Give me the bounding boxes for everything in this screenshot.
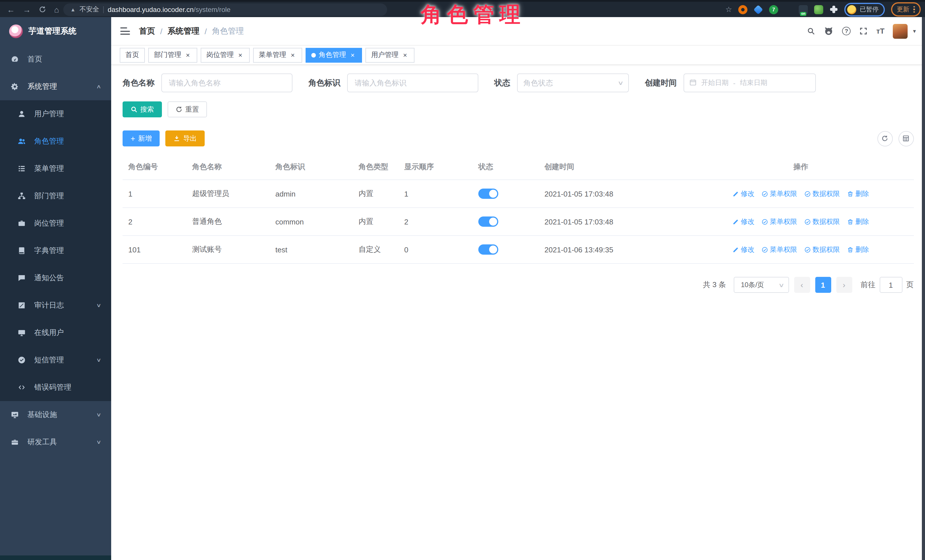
- extension-icon-grid[interactable]: [785, 5, 792, 14]
- date-range-picker[interactable]: 开始日期 - 结束日期: [684, 74, 816, 92]
- extension-icon-blue-gem[interactable]: [753, 5, 763, 14]
- browser-back-icon[interactable]: ←: [7, 5, 15, 14]
- help-icon[interactable]: ?: [842, 27, 851, 35]
- tab-close-icon[interactable]: ×: [349, 51, 356, 59]
- role-key-input[interactable]: [347, 74, 478, 92]
- data-permission-action-link[interactable]: 数据权限: [805, 217, 840, 227]
- view-tab-inactive[interactable]: 首页 ×: [120, 48, 145, 62]
- menu-permission-action-link[interactable]: 菜单权限: [762, 189, 797, 198]
- app-logo-row[interactable]: 芋道管理系统: [0, 17, 111, 46]
- browser-nav-buttons: ← → ⌂: [7, 5, 59, 14]
- page-size-select[interactable]: 10条/页 ∨: [734, 277, 789, 293]
- table-row: 101 测试账号 test 自定义 0 2021-01-06 13:49:35 …: [123, 236, 914, 264]
- browser-update-button[interactable]: 更新: [891, 2, 920, 17]
- column-header: 角色标识: [270, 155, 353, 179]
- role-type-cell: 内置: [353, 208, 399, 235]
- breadcrumb-home[interactable]: 首页: [139, 26, 155, 36]
- goto-page-input[interactable]: [880, 277, 902, 293]
- sidebar-toggle-icon[interactable]: [120, 27, 130, 35]
- tab-close-icon[interactable]: ×: [401, 51, 409, 59]
- edit-action-link[interactable]: 修改: [733, 189, 755, 198]
- address-bar[interactable]: ▲ 不安全 dashboard.yudao.iocoder.cn/system/…: [63, 3, 387, 16]
- browser-forward-icon[interactable]: →: [23, 5, 31, 14]
- delete-action-link[interactable]: 删除: [847, 245, 869, 254]
- edit-action-link[interactable]: 修改: [733, 245, 755, 254]
- add-button[interactable]: + 新增: [123, 131, 160, 146]
- window-scrollbar[interactable]: [922, 17, 925, 560]
- sidebar-item-infrastructure[interactable]: 基础设施 ∨: [0, 401, 111, 428]
- circle-check-icon: [762, 218, 768, 225]
- breadcrumb-system[interactable]: 系统管理: [167, 26, 200, 36]
- view-tab-inactive[interactable]: 岗位管理 ×: [201, 48, 250, 62]
- tab-close-icon[interactable]: ×: [184, 51, 191, 59]
- refresh-table-button[interactable]: [877, 131, 892, 146]
- user-avatar[interactable]: [893, 24, 908, 39]
- trash-icon: [847, 246, 854, 253]
- chevron-up-icon: ∧: [96, 84, 101, 89]
- sidebar-item-post-mgmt[interactable]: 岗位管理: [0, 210, 111, 237]
- edit-icon: [733, 246, 739, 253]
- fullscreen-icon[interactable]: [859, 27, 868, 35]
- search-icon[interactable]: [807, 27, 815, 35]
- infrastructure-icon: [10, 411, 20, 419]
- delete-action-link[interactable]: 删除: [847, 189, 869, 198]
- sidebar-item-dev-tools[interactable]: 研发工具 ∨: [0, 428, 111, 456]
- font-size-icon[interactable]: ᴛT: [876, 27, 884, 35]
- sidebar-item-menu-mgmt[interactable]: 菜单管理: [0, 155, 111, 182]
- browser-profile-chip[interactable]: 已暂停: [844, 3, 885, 16]
- main-panel: 角色名称 角色标识 状态 角色状态 ∨ 创建时间 开始日期: [111, 65, 925, 560]
- status-toggle[interactable]: [478, 216, 498, 227]
- extensions-puzzle-icon[interactable]: [830, 5, 838, 14]
- delete-action-link[interactable]: 删除: [847, 217, 869, 227]
- tab-close-icon[interactable]: ×: [289, 51, 297, 59]
- data-permission-action-link[interactable]: 数据权限: [805, 245, 840, 254]
- status-toggle[interactable]: [478, 245, 498, 255]
- column-header: 显示顺序: [399, 155, 473, 179]
- status-toggle[interactable]: [478, 189, 498, 199]
- sidebar-item-dict-mgmt[interactable]: 字典管理: [0, 237, 111, 264]
- export-button[interactable]: 导出: [165, 131, 205, 146]
- table-header-row: 角色编号角色名称角色标识角色类型显示顺序状态创建时间操作: [123, 155, 914, 180]
- menu-permission-action-link[interactable]: 菜单权限: [762, 245, 797, 254]
- sidebar-item-home[interactable]: 首页: [0, 46, 111, 73]
- extension-icon-green-badge[interactable]: 7: [769, 5, 778, 14]
- sidebar-item-notice[interactable]: 通知公告: [0, 264, 111, 292]
- role-name-input[interactable]: [161, 74, 292, 92]
- sidebar-item-online-users[interactable]: 在线用户: [0, 319, 111, 346]
- data-permission-action-link[interactable]: 数据权限: [805, 189, 840, 198]
- menu-permission-action-link[interactable]: 菜单权限: [762, 217, 797, 227]
- sidebar-item-role-mgmt[interactable]: 角色管理: [0, 128, 111, 155]
- reset-button[interactable]: 重置: [167, 101, 207, 117]
- next-page-button[interactable]: ›: [836, 277, 852, 293]
- page-1-button[interactable]: 1: [815, 277, 831, 293]
- view-tab-inactive[interactable]: 部门管理 ×: [148, 48, 197, 62]
- sidebar-item-sms-mgmt[interactable]: 短信管理 ∨: [0, 346, 111, 374]
- sidebar-item-dept-mgmt[interactable]: 部门管理: [0, 182, 111, 210]
- github-icon[interactable]: [824, 26, 833, 36]
- view-tab-inactive[interactable]: 用户管理 ×: [365, 48, 414, 62]
- sidebar-item-system-mgmt[interactable]: 系统管理 ∧: [0, 73, 111, 100]
- browser-home-icon[interactable]: ⌂: [54, 5, 59, 14]
- edit-action-link[interactable]: 修改: [733, 217, 755, 227]
- extension-icon-dark-switch[interactable]: on: [799, 5, 808, 14]
- tab-close-icon[interactable]: ×: [237, 51, 244, 59]
- prev-page-button[interactable]: ‹: [794, 277, 810, 293]
- bookmark-star-icon[interactable]: ☆: [725, 6, 732, 13]
- extension-icon-green-sprout[interactable]: [814, 5, 823, 14]
- status-select[interactable]: 角色状态 ∨: [517, 74, 629, 92]
- column-header: 状态: [473, 155, 539, 179]
- column-settings-button[interactable]: [898, 131, 914, 146]
- roles-table: 角色编号角色名称角色标识角色类型显示顺序状态创建时间操作 1 超级管理员 adm…: [123, 155, 914, 264]
- omnibox-divider: [103, 6, 104, 13]
- browser-menu-icon[interactable]: [913, 6, 915, 13]
- chevron-down-icon[interactable]: ▾: [913, 28, 916, 34]
- sidebar-item-error-code-mgmt[interactable]: 错误码管理: [0, 374, 111, 401]
- view-tab-active[interactable]: 角色管理 ×: [306, 48, 362, 62]
- extension-icon-orange-ring[interactable]: [738, 5, 747, 14]
- browser-reload-icon[interactable]: [39, 6, 46, 13]
- sidebar-item-user-mgmt[interactable]: 用户管理: [0, 100, 111, 128]
- role-name-cell: 普通角色: [187, 208, 270, 235]
- sidebar-item-audit-log[interactable]: 审计日志 ∨: [0, 292, 111, 319]
- search-button[interactable]: 搜索: [123, 101, 162, 117]
- view-tab-inactive[interactable]: 菜单管理 ×: [253, 48, 302, 62]
